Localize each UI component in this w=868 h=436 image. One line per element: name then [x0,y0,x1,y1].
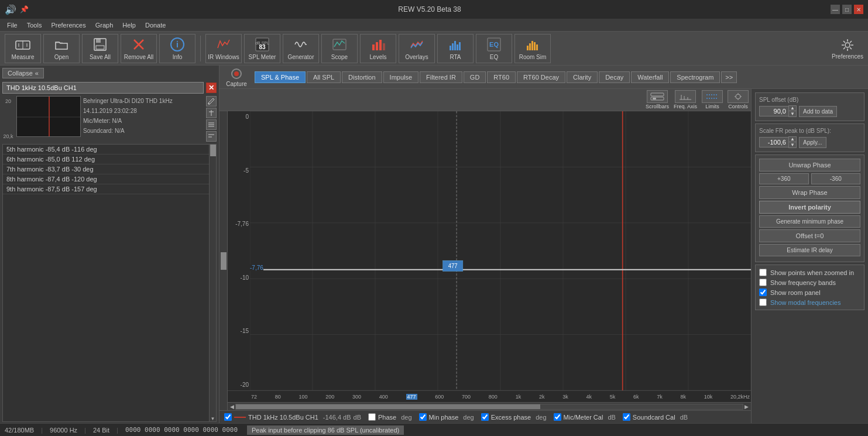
x-tick-100: 100 [299,394,308,400]
y-scrollbar-area[interactable] [219,111,228,410]
spl-offset-input[interactable] [759,106,788,116]
x-tick-2k: 2k [539,394,545,400]
tab-all-spl[interactable]: All SPL [307,71,341,83]
tab-distortion[interactable]: Distortion [342,71,382,83]
legend-mic-cal-check[interactable] [554,413,561,421]
scroll-left-btn[interactable]: ◀ [230,404,234,410]
menu-tools[interactable]: Tools [22,20,47,30]
h-scrollbar-thumb[interactable] [236,404,540,409]
legend-min-phase-check[interactable] [419,413,427,421]
minus-360-button[interactable]: -360 [811,173,861,184]
room-sim-button[interactable]: Room Sim [514,34,551,63]
tab-rt60[interactable]: RT60 [487,71,516,83]
freq-axis-tool[interactable]: Freq. Axis [674,90,697,109]
scale-fr-input[interactable] [759,137,788,147]
pin-icon[interactable] [206,108,217,118]
ir-windows-button[interactable]: IR Windows [205,34,242,63]
show-freq-bands-check[interactable] [759,279,767,286]
h-scrollbar[interactable]: ◀ ▶ [228,402,751,410]
preferences-label: Preferences [832,53,863,60]
svg-rect-19 [383,43,385,50]
overlays-button[interactable]: Overlays [399,34,435,63]
menu-file[interactable]: File [2,20,22,30]
scroll-right-btn[interactable]: ▶ [745,404,749,410]
legend-phase-check[interactable] [368,413,376,421]
edit-icon[interactable] [206,96,217,107]
collapse-button[interactable]: Collapse « [2,68,44,78]
show-modal-option[interactable]: Show modal frequencies [759,298,860,306]
scrollbar-vertical[interactable]: ▼ [209,145,216,421]
legend-soundcard-cal-check[interactable] [623,413,630,421]
show-room-panel-check[interactable] [759,289,767,296]
harmonic-item[interactable]: 6th harmonic -85,0 dB 112 deg [3,155,216,164]
harmonic-item[interactable]: 7th harmonic -83,7 dB -30 deg [3,164,216,174]
show-modal-check[interactable] [759,298,767,306]
scroll-down-arrow[interactable]: ▼ [211,416,215,421]
tab-clarity[interactable]: Clarity [567,71,598,83]
menu-help[interactable]: Help [118,20,140,30]
close-button[interactable]: ✕ [854,5,863,14]
save-all-button[interactable]: Save All [82,34,118,63]
invert-polarity-button[interactable]: Invert polarity [759,201,860,214]
offset-t0-button[interactable]: Offset t=0 [759,229,860,242]
tab-gd[interactable]: GD [464,71,486,83]
measure-button[interactable]: Measure [5,34,41,63]
add-to-data-button[interactable]: Add to data [799,106,837,117]
wrap-phase-button[interactable]: Wrap Phase [759,186,860,199]
measurement-name-input[interactable] [2,82,204,94]
tab-more[interactable]: >> [721,71,737,83]
tab-decay[interactable]: Decay [599,71,630,83]
preferences-button[interactable]: Preferences [832,37,863,60]
show-points-check[interactable] [759,269,767,276]
controls-tool[interactable]: Controls [728,90,749,109]
scale-fr-down[interactable]: ▼ [788,142,797,148]
pin-button[interactable]: 📌 [20,5,29,13]
open-button[interactable]: Open [43,34,80,63]
plus-360-button[interactable]: +360 [759,173,809,184]
menu-preferences[interactable]: Preferences [46,20,90,30]
maximize-button[interactable]: □ [842,5,852,14]
levels-button[interactable]: Levels [360,34,396,63]
scale-fr-up[interactable]: ▲ [788,136,797,142]
close-measurement-button[interactable]: ✕ [206,83,217,93]
eq-button[interactable]: EQ EQ [476,34,512,63]
legend-measurement-check[interactable] [224,413,232,421]
limits-tool[interactable]: Limits [702,90,723,109]
y-scrollbar-thumb[interactable] [221,252,227,270]
remove-all-button[interactable]: Remove All [121,34,157,63]
info-button[interactable]: i Info [159,34,195,63]
harmonic-item[interactable]: 9th harmonic -87,5 dB -157 deg [3,184,216,194]
legend-excess-phase-check[interactable] [481,413,489,421]
tab-spl-phase[interactable]: SPL & Phase [255,71,306,83]
tab-waterfall[interactable]: Waterfall [631,71,669,83]
scope-button[interactable]: Scope [321,34,358,63]
harmonic-item[interactable]: 8th harmonic -87,4 dB -120 deg [3,174,216,184]
generate-min-phase-button[interactable]: Generate minimum phase [759,215,860,228]
unwrap-phase-button[interactable]: Unwrap Phase [759,159,860,171]
scrollbars-tool[interactable]: Scrollbars [646,90,669,109]
apply-button[interactable]: Apply... [799,137,826,148]
capture-button[interactable]: Capture [222,67,251,87]
harmonic-item[interactable]: 5th harmonic -85,4 dB -116 deg [3,145,216,155]
minimize-button[interactable]: — [831,5,840,14]
list-icon[interactable] [206,119,217,130]
h-scrollbar-track[interactable] [235,404,743,410]
tab-rt60-decay[interactable]: RT60 Decay [517,71,565,83]
tab-filtered-ir[interactable]: Filtered IR [420,71,462,83]
spl-offset-down[interactable]: ▼ [788,111,797,117]
menu-donate[interactable]: Donate [140,20,170,30]
menu-graph[interactable]: Graph [91,20,118,30]
generator-button[interactable]: Generator [283,34,319,63]
tab-impulse[interactable]: Impulse [383,71,419,83]
spl-meter-button[interactable]: dB SPL83 SPL Meter [244,34,280,63]
rta-button[interactable]: RTA [437,34,474,63]
scrollbar-thumb[interactable] [210,145,216,156]
show-freq-bands-option[interactable]: Show frequency bands [759,279,860,286]
show-room-panel-option[interactable]: Show room panel [759,289,860,296]
show-points-option[interactable]: Show points when zoomed in [759,269,860,276]
tab-spectrogram[interactable]: Spectrogram [670,71,720,83]
spl-offset-up[interactable]: ▲ [788,105,797,111]
estimate-ir-button[interactable]: Estimate IR delay [759,244,860,256]
graph-canvas[interactable]: 477 SPL -7,76 [250,111,751,390]
more-icon[interactable] [206,131,217,142]
